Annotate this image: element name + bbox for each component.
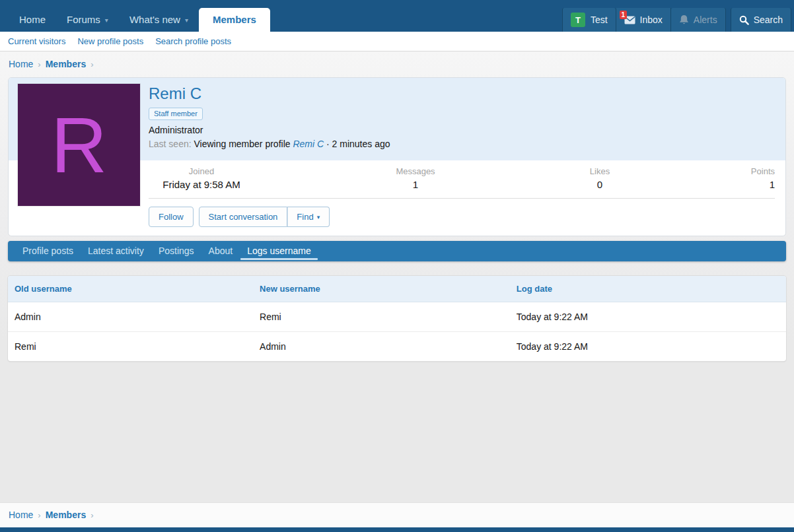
stat-points: Points 1 xyxy=(623,166,775,190)
member-profile-card: R Remi C Staff member Administrator Last… xyxy=(8,77,786,236)
account-menu-button[interactable]: T Test xyxy=(562,8,616,32)
nav-tab-whats-new-label: What's new xyxy=(129,14,180,25)
nav-tab-forums-label: Forums xyxy=(67,14,100,25)
inbox-label: Inbox xyxy=(640,15,663,25)
breadcrumb-home-link[interactable]: Home xyxy=(9,59,33,69)
last-seen-activity: Viewing member profile xyxy=(194,139,291,149)
follow-button[interactable]: Follow xyxy=(149,207,194,227)
alerts-label: Alerts xyxy=(694,15,717,25)
user-avatar: T xyxy=(571,13,585,27)
cell-old-username: Remi xyxy=(8,332,253,362)
chevron-down-icon: ▾ xyxy=(105,17,108,24)
staff-member-badge: Staff member xyxy=(149,108,203,120)
stat-messages-value[interactable]: 1 xyxy=(254,179,577,190)
cell-new-username: Admin xyxy=(253,332,510,362)
table-row: Remi Admin Today at 9:22 AM xyxy=(8,332,786,362)
tab-logs-username[interactable]: Logs username xyxy=(240,241,318,261)
main-nav-tabs: Home Forums▾ What's new▾ Members xyxy=(9,8,270,32)
tab-latest-activity[interactable]: Latest activity xyxy=(81,241,151,261)
nav-tab-home[interactable]: Home xyxy=(9,8,56,32)
last-seen-time: 2 minutes ago xyxy=(332,139,390,149)
stat-points-value[interactable]: 1 xyxy=(623,179,775,190)
breadcrumb-separator: › xyxy=(33,510,45,520)
content-spacer xyxy=(0,361,794,502)
last-seen-dot: · xyxy=(326,139,330,149)
tab-about[interactable]: About xyxy=(201,241,240,261)
nav-tab-home-label: Home xyxy=(19,14,46,25)
subnav-current-visitors[interactable]: Current visitors xyxy=(8,36,65,46)
member-avatar[interactable]: R xyxy=(18,84,140,206)
cell-old-username: Admin xyxy=(8,302,253,332)
stat-likes: Likes 0 xyxy=(577,166,623,190)
chevron-down-icon: ▾ xyxy=(185,17,188,24)
breadcrumb-home-link[interactable]: Home xyxy=(9,510,33,520)
breadcrumb-bottom: Home›Members› xyxy=(9,510,785,520)
stat-joined-value: Friday at 9:58 AM xyxy=(149,179,254,190)
nav-tab-whats-new[interactable]: What's new▾ xyxy=(119,8,199,32)
table-row: Admin Remi Today at 9:22 AM xyxy=(8,302,786,332)
table-header-row: Old username New username Log date xyxy=(8,276,786,302)
tab-profile-posts[interactable]: Profile posts xyxy=(15,241,81,261)
column-header-old-username: Old username xyxy=(8,276,253,302)
navbar-account-area: T Test 1 Inbox Alerts Search xyxy=(562,8,791,32)
username-log-card: Old username New username Log date Admin… xyxy=(8,276,786,361)
stat-joined: Joined Friday at 9:58 AM xyxy=(149,166,254,190)
start-conversation-button[interactable]: Start conversation xyxy=(199,207,288,227)
search-label: Search xyxy=(754,15,783,25)
conversation-button-group: Start conversation Find▾ xyxy=(199,207,330,227)
subnav-new-profile-posts[interactable]: New profile posts xyxy=(77,36,143,46)
search-icon xyxy=(739,15,749,25)
bell-icon xyxy=(679,15,689,25)
subnav-search-profile-posts[interactable]: Search profile posts xyxy=(155,36,231,46)
profile-tab-strip: Profile posts Latest activity Postings A… xyxy=(8,241,786,261)
column-header-log-date: Log date xyxy=(510,276,786,302)
search-button[interactable]: Search xyxy=(731,8,791,32)
cell-log-date: Today at 9:22 AM xyxy=(510,302,786,332)
alerts-button[interactable]: Alerts xyxy=(671,8,726,32)
stat-points-label: Points xyxy=(623,166,775,176)
last-seen-profile-link[interactable]: Remi C xyxy=(293,139,324,149)
username-log-table: Old username New username Log date Admin… xyxy=(8,276,786,361)
breadcrumb: Home›Members› xyxy=(0,51,794,76)
nav-tab-members[interactable]: Members xyxy=(199,8,270,32)
stat-likes-value: 0 xyxy=(577,179,623,190)
inbox-button[interactable]: 1 Inbox xyxy=(616,8,671,32)
find-button[interactable]: Find▾ xyxy=(287,207,330,227)
find-button-label: Find xyxy=(297,212,313,222)
top-navbar: Home Forums▾ What's new▾ Members T Test … xyxy=(0,0,794,32)
cell-new-username: Remi xyxy=(253,302,510,332)
member-name: Remi C xyxy=(149,84,776,104)
chevron-down-icon: ▾ xyxy=(317,214,320,220)
main-content: Home›Members› R Remi C Staff member Admi… xyxy=(0,51,794,502)
bottom-breadcrumb-strip: Home›Members› xyxy=(0,502,794,527)
breadcrumb-separator: › xyxy=(86,59,98,69)
footer-bar xyxy=(0,527,794,532)
member-avatar-letter: R xyxy=(51,106,107,184)
inbox-unread-badge: 1 xyxy=(620,11,628,19)
nav-tab-members-label: Members xyxy=(213,14,256,25)
cell-log-date: Today at 9:22 AM xyxy=(510,332,786,362)
account-username: Test xyxy=(591,15,608,25)
tab-postings[interactable]: Postings xyxy=(151,241,201,261)
nav-tab-forums[interactable]: Forums▾ xyxy=(56,8,119,32)
breadcrumb-members-link[interactable]: Members xyxy=(46,59,86,69)
stat-messages-label: Messages xyxy=(254,166,577,176)
member-role: Administrator xyxy=(149,125,776,135)
breadcrumb-separator: › xyxy=(86,510,98,520)
breadcrumb-members-link[interactable]: Members xyxy=(46,510,86,520)
stat-joined-label: Joined xyxy=(149,166,254,176)
stat-likes-label: Likes xyxy=(577,166,623,176)
last-seen-line: Last seen: Viewing member profile Remi C… xyxy=(149,139,776,149)
breadcrumb-separator: › xyxy=(33,59,45,69)
column-header-new-username: New username xyxy=(253,276,510,302)
last-seen-label: Last seen: xyxy=(149,139,192,149)
sub-navbar: Current visitors New profile posts Searc… xyxy=(0,32,794,51)
stat-messages: Messages 1 xyxy=(254,166,577,190)
